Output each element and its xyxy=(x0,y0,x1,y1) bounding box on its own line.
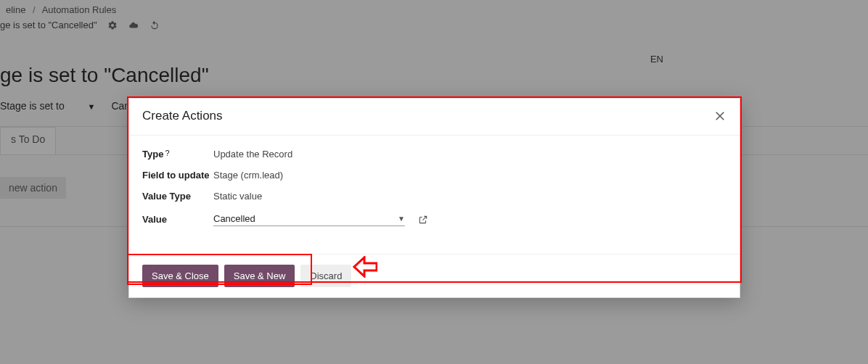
save-and-new-button[interactable]: Save & New xyxy=(224,265,295,287)
help-tooltip-icon[interactable]: ? xyxy=(165,149,169,157)
label-type: Type? xyxy=(142,149,213,160)
label-field-to-update: Field to update xyxy=(142,170,213,181)
close-icon[interactable] xyxy=(713,109,726,123)
row-value: Value ▼ xyxy=(142,212,726,226)
row-field-to-update: Field to update Stage (crm.lead) xyxy=(142,170,726,181)
label-value-type: Value Type xyxy=(142,191,213,202)
value-value-type[interactable]: Static value xyxy=(213,191,262,202)
modal-body: Type? Update the Record Field to update … xyxy=(129,136,740,254)
save-and-close-button[interactable]: Save & Close xyxy=(142,265,218,287)
row-type: Type? Update the Record xyxy=(142,149,726,160)
row-value-type: Value Type Static value xyxy=(142,191,726,202)
modal-footer: Save & Close Save & New Discard xyxy=(129,254,740,297)
dropdown-caret-icon[interactable]: ▼ xyxy=(398,215,405,223)
value-input[interactable] xyxy=(213,212,405,226)
discard-button[interactable]: Discard xyxy=(300,265,351,287)
modal-title: Create Actions xyxy=(142,109,223,123)
modal-header: Create Actions xyxy=(129,99,740,135)
create-actions-modal: Create Actions Type? Update the Record F… xyxy=(128,98,740,298)
external-link-icon[interactable] xyxy=(418,215,428,225)
label-value: Value xyxy=(142,214,213,225)
value-field-to-update[interactable]: Stage (crm.lead) xyxy=(213,170,283,181)
value-type[interactable]: Update the Record xyxy=(213,149,292,160)
